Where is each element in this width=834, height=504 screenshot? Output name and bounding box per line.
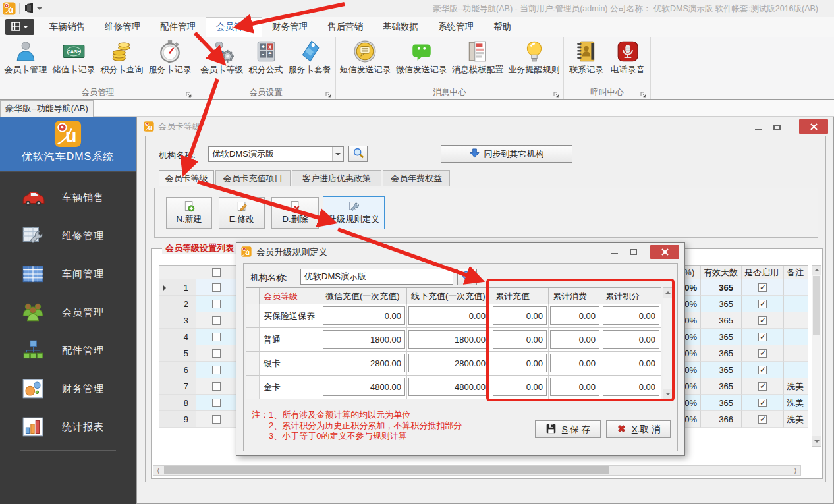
new-button[interactable]: N.新建: [166, 197, 212, 229]
ribbon-stopwatch-button[interactable]: 服务卡记录: [148, 39, 193, 76]
checkbox[interactable]: [758, 399, 767, 407]
table-row[interactable]: 3: [159, 312, 238, 329]
ribbon-bulb-button[interactable]: 业务提醒规则: [507, 39, 561, 76]
value-input[interactable]: 0.00: [493, 306, 547, 325]
table-row[interactable]: 5: [159, 345, 238, 362]
table-row[interactable]: 1: [159, 279, 238, 296]
table-row[interactable]: 00%366洗美: [679, 411, 808, 428]
menu-item-base-data[interactable]: 基础数据: [373, 17, 428, 37]
value-input[interactable]: 0.00: [408, 306, 489, 325]
sync-to-other-org-button[interactable]: 同步到其它机构: [441, 145, 572, 163]
value-input[interactable]: 0.00: [550, 354, 599, 372]
minimize-button[interactable]: [607, 248, 623, 258]
scroll-left-icon[interactable]: ⟨: [153, 466, 163, 475]
menu-item-help[interactable]: 帮助: [484, 17, 521, 37]
tab-annual-benefits[interactable]: 会员年费权益: [383, 170, 450, 186]
group-launcher-icon[interactable]: [325, 90, 332, 97]
maximize-button[interactable]: [769, 123, 785, 133]
checkbox[interactable]: [212, 300, 221, 308]
edit-button[interactable]: E.修改: [219, 197, 265, 229]
ribbon-sms-button[interactable]: 短信发送记录: [338, 39, 392, 76]
menu-item-repair[interactable]: 维修管理: [95, 17, 150, 37]
save-button[interactable]: S.保 存: [535, 420, 601, 438]
checkbox[interactable]: [758, 316, 767, 325]
close-button[interactable]: [650, 245, 679, 259]
checkbox[interactable]: [758, 382, 767, 391]
table-row[interactable]: 银卡2800.002800.000.000.000.00: [246, 352, 661, 376]
menu-item-aftersales[interactable]: 售后营销: [318, 17, 373, 37]
checkbox[interactable]: [212, 316, 221, 325]
value-input[interactable]: 0.00: [603, 354, 659, 372]
scrollbar-thumb[interactable]: [813, 276, 820, 335]
ribbon-service-tag-button[interactable]: 服务卡套餐: [287, 39, 333, 76]
tab-store-discount-policy[interactable]: 客户进店优惠政策: [292, 170, 381, 186]
sidebar-item-vehicle-sales[interactable]: 车辆销售: [0, 179, 136, 217]
document-tab[interactable]: 豪华版--功能导航(AB): [0, 100, 94, 117]
table-row[interactable]: 00%365: [679, 296, 808, 312]
sidebar-item-parts[interactable]: 配件管理: [0, 331, 136, 370]
app-menu-button[interactable]: [24, 2, 50, 15]
table-row[interactable]: 金卡4800.004800.000.000.000.00: [246, 376, 661, 399]
group-launcher-icon[interactable]: [553, 90, 560, 97]
group-launcher-icon[interactable]: [640, 90, 647, 97]
table-row[interactable]: 00%365: [679, 312, 808, 329]
table-row[interactable]: 00%365: [679, 345, 808, 362]
checkbox[interactable]: [758, 283, 767, 292]
checkbox[interactable]: [758, 349, 767, 358]
sidebar-item-reports[interactable]: 统计报表: [0, 408, 136, 446]
ribbon-member-card-button[interactable]: 会员卡管理: [3, 39, 48, 76]
table-row[interactable]: 2: [159, 296, 238, 312]
table-row[interactable]: 8: [159, 395, 238, 411]
ribbon-member-level-button[interactable]: 会员卡等级: [199, 39, 244, 76]
table-row[interactable]: 6: [159, 362, 238, 378]
checkbox[interactable]: [758, 366, 767, 374]
value-input[interactable]: 4800.00: [408, 378, 489, 396]
org-name-combo[interactable]: 优软DMS演示版: [208, 146, 344, 162]
cancel-button[interactable]: X.取 消: [606, 420, 671, 438]
org-name-input[interactable]: 优软DMS演示版: [300, 269, 453, 285]
value-input[interactable]: 4800.00: [323, 378, 405, 396]
checkbox[interactable]: [212, 349, 221, 358]
tab-member-card-level[interactable]: 会员卡等级: [159, 170, 214, 186]
close-button[interactable]: [799, 119, 828, 134]
value-input[interactable]: 0.00: [603, 378, 659, 396]
nav-grid-button[interactable]: [5, 19, 34, 35]
menu-item-finance[interactable]: 财务管理: [262, 17, 318, 37]
table-row[interactable]: 7: [159, 378, 238, 395]
combo-dropdown-button[interactable]: [332, 147, 343, 161]
table-row[interactable]: 买保险送保养0.000.000.000.000.00: [246, 304, 661, 328]
vertical-scrollbar[interactable]: [812, 265, 821, 447]
ribbon-cash-card-button[interactable]: CASH储值卡记录: [51, 39, 96, 76]
value-input[interactable]: 0.00: [550, 330, 599, 349]
value-input[interactable]: 0.00: [493, 330, 547, 349]
checkbox[interactable]: [212, 415, 221, 424]
checkbox[interactable]: [212, 268, 221, 277]
table-row[interactable]: 00%365: [679, 279, 808, 296]
ribbon-wechat-button[interactable]: 微信发送记录: [395, 39, 449, 76]
menu-item-vehicle-sales[interactable]: 车辆销售: [40, 17, 95, 37]
table-row[interactable]: 00%365: [679, 329, 808, 345]
sidebar-item-workshop[interactable]: 车间管理: [0, 255, 136, 293]
value-input[interactable]: 0.00: [603, 306, 659, 325]
upgrade-rules-button[interactable]: 升级规则定义: [323, 196, 385, 229]
value-input[interactable]: 2800.00: [408, 354, 489, 372]
value-input[interactable]: 0.00: [603, 330, 659, 349]
sidebar-item-finance[interactable]: 财务管理: [0, 370, 136, 408]
table-row[interactable]: 9: [159, 411, 238, 428]
ribbon-points-coins-button[interactable]: 积分卡查询: [99, 39, 145, 76]
tab-recharge-items[interactable]: 会员卡充值项目: [215, 170, 291, 186]
checkbox[interactable]: [212, 283, 221, 292]
ribbon-mic-button[interactable]: 电话录音: [609, 39, 646, 76]
value-input[interactable]: 0.00: [493, 354, 547, 372]
value-input[interactable]: 0.00: [493, 378, 547, 396]
checkbox[interactable]: [758, 415, 767, 424]
table-row[interactable]: 00%365洗美: [679, 395, 808, 411]
checkbox[interactable]: [212, 366, 221, 374]
table-row[interactable]: 普通1800.001800.000.000.000.00: [246, 328, 661, 352]
sidebar-item-member[interactable]: 会员管理: [0, 293, 136, 331]
scrollbar-thumb[interactable]: [164, 466, 609, 474]
ribbon-formula-button[interactable]: +x-÷积分公式: [248, 39, 285, 76]
table-row[interactable]: 00%365: [679, 362, 808, 378]
value-input[interactable]: 0.00: [323, 306, 405, 325]
value-input[interactable]: 1800.00: [323, 330, 405, 349]
